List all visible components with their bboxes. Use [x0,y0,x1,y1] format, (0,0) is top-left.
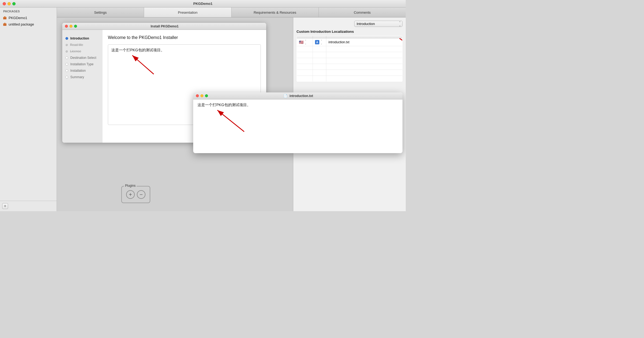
installer-step-installation-type: Installation Type [62,61,103,67]
title-bar: PKGDemo1 [0,0,406,8]
table-row [297,76,402,82]
step-dot-summary [65,76,68,78]
installer-titlebar: Install PKGDemo1 [62,23,266,30]
plugins-box: Plugins + − [121,186,150,203]
text-editor-content: 这是一个打PKG包的测试项目。 [197,103,251,107]
type-cell: A ⌃⌄ [313,38,326,46]
red-arrow-3 [209,105,247,134]
installer-welcome-text: Welcome to the PKGDemo1 Installer [108,35,261,40]
table-row [297,46,402,52]
step-dot-installation-type [65,63,68,66]
tab-settings[interactable]: Settings [57,8,144,17]
text-editor-title: 📄 introduction.txt [197,94,400,98]
close-button[interactable] [3,2,6,5]
text-editor-titlebar: 📄 introduction.txt [193,92,402,99]
file-cell[interactable]: introduction.txt [326,38,402,46]
col-header-type [313,36,326,38]
package-icon [3,16,7,20]
installer-step-readme: ⊘ Read Me [62,42,103,48]
step-label-readme: Read Me [70,43,83,47]
text-editor-body[interactable]: 这是一个打PKG包的测试项目。 [193,99,402,153]
window-title: PKGDemo1 [193,2,213,6]
table-row [297,58,402,64]
sidebar: Packages PKGDemo1 untitled package + [0,8,57,211]
sidebar-item-label-untitled: untitled package [9,22,34,26]
remove-plugin-button[interactable]: − [137,190,145,199]
type-stepper[interactable]: ⌃⌄ [320,39,323,45]
installer-title: Install PKGDemo1 [66,24,264,28]
table-row: 🇺🇸 ⌃⌄ A ⌃⌄ [297,38,402,46]
svg-line-13 [217,110,244,132]
maximize-button[interactable] [12,2,16,5]
localization-table: 🇺🇸 ⌃⌄ A ⌃⌄ [297,36,402,82]
tab-requirements[interactable]: Requirements & Resources [232,8,319,17]
dropdown-wrapper: Introduction Read Me License Destination… [354,21,402,27]
right-panel-section: Custom Introduction Localizations [297,30,402,82]
document-icon: 📄 [283,94,287,98]
add-package-button[interactable]: + [2,203,8,209]
col-header-flag [297,36,313,38]
right-panel-dropdown: Introduction Read Me License Destination… [297,21,402,27]
sidebar-item-label-pkgdemo1: PKGDemo1 [9,16,27,20]
step-label-installation-type: Installation Type [70,62,94,66]
step-dot-destination [65,56,68,59]
installer-step-destination: Destination Select [62,55,103,61]
step-label-introduction: Introduction [70,37,89,40]
step-label-license: License [70,49,81,53]
package-icon-2 [3,22,7,26]
plugins-label: Plugins [124,184,137,188]
minimize-button[interactable] [8,2,11,5]
sidebar-item-untitled[interactable]: untitled package [0,21,57,27]
flag-stepper[interactable]: ⌃⌄ [305,39,307,45]
installer-step-license: ⊘ License [62,48,103,55]
step-label-installation: Installation [70,69,86,73]
tab-comments[interactable]: Comments [319,8,406,17]
step-label-summary: Summary [70,75,84,79]
traffic-lights [3,2,16,5]
tab-presentation[interactable]: Presentation [144,8,231,17]
step-label-destination: Destination Select [70,56,96,60]
table-row [297,70,402,76]
svg-rect-7 [5,24,5,24]
table-row [297,64,402,70]
installer-content-text: 这是一个打PKG包的测试项目。 [111,48,164,52]
text-editor-window: 📄 introduction.txt 这是一个打PKG包的测试项目。 [193,92,402,153]
add-plugin-button[interactable]: + [126,190,135,199]
sidebar-header: Packages [0,8,57,15]
svg-line-9 [132,55,154,74]
sidebar-bottom: + [0,201,57,211]
sidebar-item-pkgdemo1[interactable]: PKGDemo1 [0,15,57,21]
flag-cell: 🇺🇸 ⌃⌄ [297,38,313,46]
section-title: Custom Introduction Localizations [297,30,402,34]
table-row [297,52,402,58]
tab-bar: Settings Presentation Requirements & Res… [57,8,406,17]
step-dot-introduction [65,37,68,40]
plugins-section: Plugins + − [121,186,150,203]
section-dropdown[interactable]: Introduction Read Me License Destination… [354,21,402,27]
col-header-file [326,36,402,38]
installer-step-summary: Summary [62,74,103,80]
installer-step-introduction: Introduction [62,35,103,42]
step-dot-installation [65,69,68,72]
installer-nav: Introduction ⊘ Read Me ⊘ License [62,30,103,143]
installer-step-installation: Installation [62,67,103,74]
type-indicator: A [315,40,319,44]
svg-rect-3 [5,17,5,18]
red-arrow-1 [124,50,156,77]
